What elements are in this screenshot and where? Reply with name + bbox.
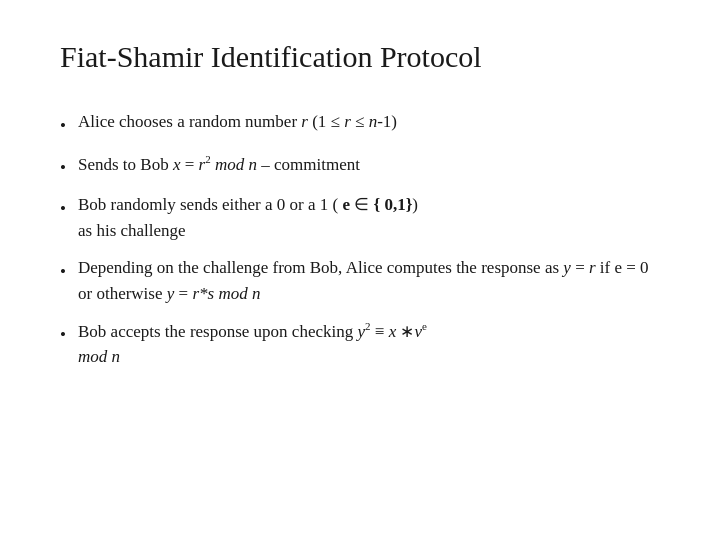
bullet-dot-1: •	[60, 113, 68, 139]
slide-title: Fiat-Shamir Identification Protocol	[60, 40, 660, 74]
slide-content: • Alice chooses a random number r (1 ≤ r…	[60, 109, 660, 500]
bullet-list: • Alice chooses a random number r (1 ≤ r…	[60, 109, 660, 370]
bullet-item-5: • Bob accepts the response upon checking…	[60, 318, 660, 370]
bullet-dot-3: •	[60, 196, 68, 222]
bullet-item-3: • Bob randomly sends either a 0 or a 1 (…	[60, 192, 660, 243]
bullet-item-4: • Depending on the challenge from Bob, A…	[60, 255, 660, 306]
bullet-text-2: Sends to Bob x = r2 mod n – commitment	[78, 151, 660, 177]
bullet-text-5: Bob accepts the response upon checking y…	[78, 318, 660, 370]
bullet-dot-4: •	[60, 259, 68, 285]
bullet-item-2: • Sends to Bob x = r2 mod n – commitment	[60, 151, 660, 181]
bullet-dot-2: •	[60, 155, 68, 181]
bullet-text-1: Alice chooses a random number r (1 ≤ r ≤…	[78, 109, 660, 135]
bullet-text-3: Bob randomly sends either a 0 or a 1 ( e…	[78, 192, 660, 243]
bullet-item-1: • Alice chooses a random number r (1 ≤ r…	[60, 109, 660, 139]
slide: Fiat-Shamir Identification Protocol • Al…	[0, 0, 720, 540]
bullet-text-4: Depending on the challenge from Bob, Ali…	[78, 255, 660, 306]
bullet-dot-5: •	[60, 322, 68, 348]
